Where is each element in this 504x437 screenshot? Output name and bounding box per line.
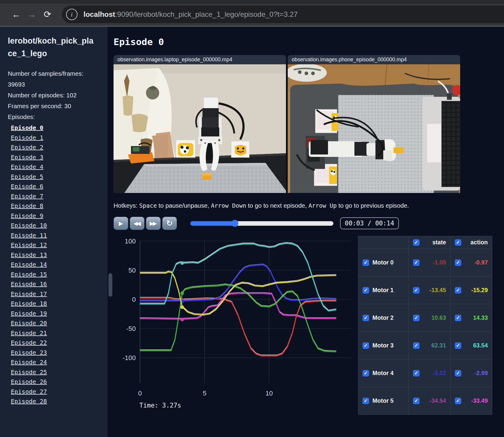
episode-link-6[interactable]: Episode 6 (11, 182, 43, 191)
episode-link-13[interactable]: Episode 13 (11, 250, 47, 260)
episode-link-27[interactable]: Episode 27 (11, 387, 47, 397)
x-tick-label: 5 (203, 390, 206, 397)
motor-table-head: ✓state✓action (358, 236, 492, 249)
motor-name-cell: ✓Motor 3 (358, 332, 409, 359)
table-header-row: ✓state✓action (358, 236, 492, 249)
table-row-motor-4: ✓Motor 4✓-3.52✓-2.99 (358, 359, 492, 387)
current-time-marker-0 (181, 318, 184, 321)
table-row-motor-2: ✓Motor 2✓10.63✓14.33 (358, 304, 492, 332)
playback-controls: ▶ ◀◀ ▶▶ ↻ 00:03 / 00:14 (114, 217, 504, 230)
checkbox-action-all[interactable]: ✓ (455, 239, 461, 246)
episode-link-12[interactable]: Episode 12 (11, 240, 47, 250)
seek-slider-thumb[interactable] (231, 220, 238, 227)
motor-label: Motor 4 (372, 370, 393, 377)
checkbox-motor-5-action[interactable]: ✓ (455, 398, 461, 404)
episode-link-15[interactable]: Episode 15 (11, 270, 47, 280)
motor-label: Motor 1 (372, 287, 393, 294)
episode-link-5[interactable]: Episode 5 (11, 172, 43, 182)
episode-link-24[interactable]: Episode 24 (11, 357, 47, 367)
checkbox-motor-1[interactable]: ✓ (363, 287, 369, 294)
checkbox-motor-3-state[interactable]: ✓ (413, 342, 420, 349)
checkbox-motor-5-state[interactable]: ✓ (413, 398, 420, 404)
state-cell: ✓10.63 (409, 304, 451, 332)
checkbox-motor-1-state[interactable]: ✓ (413, 287, 420, 294)
episode-link-19[interactable]: Episode 19 (11, 309, 47, 319)
motor-label: Motor 3 (372, 342, 393, 349)
episode-link-25[interactable]: Episode 25 (11, 367, 47, 377)
fast-forward-icon: ▶▶ (150, 220, 156, 227)
state-cell: ✓-13.45 (409, 277, 451, 304)
checkbox-motor-4-action[interactable]: ✓ (455, 370, 461, 377)
video-laptop[interactable] (114, 64, 286, 193)
reload-icon[interactable]: ⟳ (40, 9, 55, 20)
series-action-motor-0 (140, 298, 336, 356)
action-cell: ✓63.54 (451, 332, 492, 359)
seek-slider[interactable] (190, 221, 333, 226)
episode-link-26[interactable]: Episode 26 (11, 377, 47, 387)
motor-name-cell: ✓Motor 4 (358, 359, 409, 387)
sidebar: lerobot/koch_pick_place_1_lego Number of… (0, 27, 108, 437)
y-tick-label: 50 (129, 267, 136, 274)
checkbox-motor-4[interactable]: ✓ (363, 370, 369, 377)
checkbox-motor-2-state[interactable]: ✓ (413, 315, 420, 321)
episode-link-9[interactable]: Episode 9 (11, 211, 43, 221)
back-icon[interactable]: ← (8, 9, 24, 20)
action-value: -15.29 (465, 287, 488, 294)
site-info-icon[interactable]: i (66, 9, 77, 20)
bottom-row: 100500-50-1000510 Time: 3.27s ✓state✓act… (114, 231, 504, 415)
play-button[interactable]: ▶ (114, 217, 128, 230)
video-phone[interactable] (288, 64, 460, 193)
episode-link-22[interactable]: Episode 22 (11, 338, 47, 348)
scrollbar-thumb[interactable] (108, 273, 112, 297)
episode-link-1[interactable]: Episode 1 (11, 133, 43, 143)
checkbox-motor-2-action[interactable]: ✓ (455, 315, 461, 321)
loop-button[interactable]: ↻ (162, 217, 177, 230)
motor-chart[interactable]: 100500-50-1000510 (114, 231, 355, 398)
hotkeys-segment: to go to previous episode. (337, 202, 409, 209)
episode-link-2[interactable]: Episode 2 (11, 142, 43, 152)
x-tick-label: 10 (266, 390, 273, 397)
table-row-motor-5: ✓Motor 5✓-34.54✓-33.49 (358, 387, 492, 415)
stat-episodes: Number of episodes: 102 (8, 90, 90, 101)
checkbox-motor-1-action[interactable]: ✓ (455, 287, 461, 294)
action-cell: ✓-0.97 (451, 249, 492, 277)
y-tick-label: 100 (125, 237, 136, 245)
rewind-button[interactable]: ◀◀ (130, 217, 144, 230)
episode-link-23[interactable]: Episode 23 (11, 348, 47, 358)
url-bar[interactable]: i localhost:9090/lerobot/koch_pick_place… (62, 6, 504, 23)
episode-link-4[interactable]: Episode 4 (11, 162, 43, 172)
checkbox-motor-5[interactable]: ✓ (363, 398, 369, 404)
episode-link-17[interactable]: Episode 17 (11, 289, 47, 299)
episode-link-10[interactable]: Episode 10 (11, 221, 47, 231)
checkbox-motor-3[interactable]: ✓ (363, 342, 369, 349)
episode-link-20[interactable]: Episode 20 (11, 318, 47, 328)
episode-link-16[interactable]: Episode 16 (11, 279, 47, 289)
checkbox-motor-2[interactable]: ✓ (363, 315, 369, 321)
fast-forward-button[interactable]: ▶▶ (146, 217, 161, 230)
checkbox-motor-0[interactable]: ✓ (363, 259, 369, 266)
checkbox-state-all[interactable]: ✓ (413, 239, 420, 246)
episode-link-8[interactable]: Episode 8 (11, 201, 43, 211)
current-time-marker-3 (181, 291, 184, 295)
episode-link-18[interactable]: Episode 18 (11, 299, 47, 309)
episode-link-3[interactable]: Episode 3 (11, 152, 43, 162)
table-row-motor-3: ✓Motor 3✓62.31✓63.54 (358, 332, 492, 359)
checkbox-motor-0-state[interactable]: ✓ (413, 259, 420, 266)
video-row: observation.images.laptop_episode_000000… (114, 55, 504, 193)
state-value: -3.52 (423, 370, 446, 377)
episode-link-28[interactable]: Episode 28 (11, 396, 47, 406)
forward-icon[interactable]: → (24, 9, 40, 20)
episode-link-0[interactable]: Episode 0 (11, 123, 43, 133)
episode-link-21[interactable]: Episode 21 (11, 328, 47, 338)
episode-link-11[interactable]: Episode 11 (11, 231, 47, 240)
checkbox-motor-4-state[interactable]: ✓ (413, 370, 420, 377)
motor-name-cell: ✓Motor 0 (358, 249, 409, 277)
checkbox-motor-3-action[interactable]: ✓ (455, 342, 461, 349)
episode-link-7[interactable]: Episode 7 (11, 191, 43, 201)
checkbox-motor-0-action[interactable]: ✓ (455, 259, 461, 266)
rewind-icon: ◀◀ (133, 220, 140, 227)
state-cell: ✓-34.54 (409, 387, 451, 415)
episode-link-14[interactable]: Episode 14 (11, 260, 47, 270)
motor-label: Motor 0 (372, 259, 393, 266)
url-text[interactable]: localhost:9090/lerobot/koch_pick_place_1… (83, 10, 298, 19)
